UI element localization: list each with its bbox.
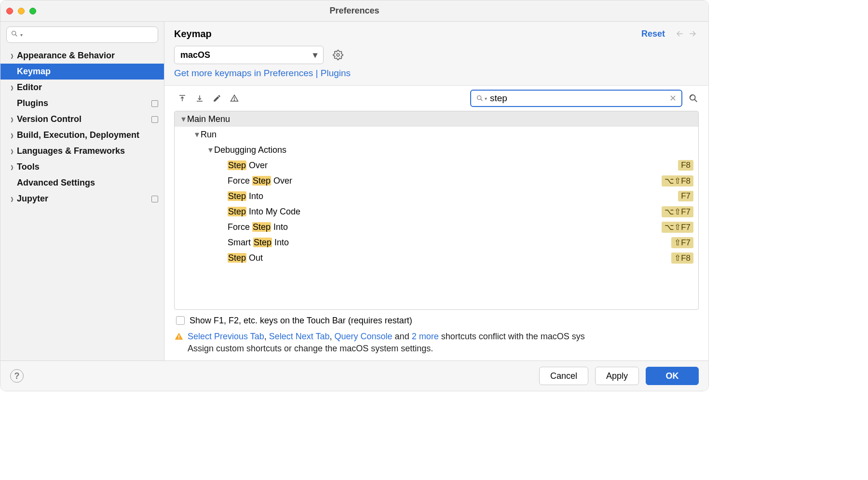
apply-button[interactable]: Apply xyxy=(595,367,639,385)
touchbar-checkbox-row[interactable]: Show F1, F2, etc. keys on the Touch Bar … xyxy=(174,315,699,331)
sidebar-item[interactable]: ›Editor xyxy=(0,80,164,95)
touchbar-checkbox[interactable] xyxy=(176,316,185,325)
project-badge-icon xyxy=(151,196,158,202)
shortcut-badge: ⌥⇧F7 xyxy=(662,222,693,233)
chevron-right-icon: › xyxy=(9,195,15,203)
search-icon: ▾ xyxy=(476,94,487,102)
sidebar-item[interactable]: ›Build, Execution, Deployment xyxy=(0,127,164,143)
keymap-select[interactable]: macOS ▾ xyxy=(174,46,324,64)
more-keymaps-link[interactable]: Get more keymaps in Preferences | Plugin… xyxy=(174,68,351,78)
sidebar-item-label: Jupyter xyxy=(17,194,149,204)
conflict-warning-line2: Assign custom shortcuts or change the ma… xyxy=(188,344,433,353)
tree-row[interactable]: ▾Step Into My Code⌥⇧F7 xyxy=(175,204,698,219)
close-window-icon[interactable] xyxy=(6,8,13,14)
sidebar-item-label: Advanced Settings xyxy=(17,178,158,188)
chevron-right-icon: › xyxy=(9,115,15,123)
tree-row[interactable]: ▾Force Step Into⌥⇧F7 xyxy=(175,219,698,235)
sidebar-search-input[interactable]: ▾ xyxy=(6,27,158,43)
reset-link[interactable]: Reset xyxy=(641,29,665,39)
tree-row[interactable]: ▾Step IntoF7 xyxy=(175,188,698,204)
sidebar-item[interactable]: ›Keymap xyxy=(0,64,164,80)
clear-search-icon[interactable]: ✕ xyxy=(669,93,677,104)
keymap-select-value: macOS xyxy=(180,50,210,60)
shortcut-badge: F8 xyxy=(678,160,693,171)
window-controls xyxy=(6,8,36,14)
nav-forward-icon[interactable] xyxy=(686,27,699,40)
tree-row-label: Step Out xyxy=(228,253,671,263)
chevron-down-icon: ▾ xyxy=(179,115,187,123)
warning-icon[interactable] xyxy=(226,92,243,105)
ok-button[interactable]: OK xyxy=(646,367,699,385)
expand-all-icon[interactable] xyxy=(174,92,190,105)
tree-row[interactable]: ▾Main Menu xyxy=(175,111,698,127)
tree-row-label: Step Into xyxy=(228,191,678,201)
page-title: Keymap xyxy=(174,28,641,40)
svg-rect-15 xyxy=(178,335,179,337)
tree-row-label: Force Step Into xyxy=(228,222,662,232)
collapse-all-icon[interactable] xyxy=(191,92,208,105)
tree-row-label: Force Step Over xyxy=(228,176,662,186)
tree-row-label: Main Menu xyxy=(187,114,693,124)
main-area: ▾ ›Appearance & Behavior›Keymap›Editor›P… xyxy=(0,22,708,360)
sidebar-item[interactable]: ›Advanced Settings xyxy=(0,175,164,191)
warning-triangle-icon xyxy=(174,332,184,341)
shortcut-badge: ⇧F7 xyxy=(671,237,693,248)
project-badge-icon xyxy=(151,116,158,123)
chevron-down-icon: ▾ xyxy=(20,32,23,38)
svg-point-4 xyxy=(337,53,339,56)
sidebar-item-label: Version Control xyxy=(17,114,149,124)
sidebar-item[interactable]: ›Jupyter xyxy=(0,191,164,207)
conflict-link-3[interactable]: Query Console xyxy=(335,332,393,341)
zoom-window-icon[interactable] xyxy=(29,8,36,14)
chevron-down-icon: ▾ xyxy=(206,146,214,154)
titlebar: Preferences xyxy=(0,0,708,22)
tree-row[interactable]: ▾Run xyxy=(175,127,698,142)
sidebar-item[interactable]: ›Languages & Frameworks xyxy=(0,143,164,159)
shortcut-badge: ⇧F8 xyxy=(671,253,693,264)
sidebar-item[interactable]: ›Appearance & Behavior xyxy=(0,48,164,64)
conflict-warning: Select Previous Tab, Select Next Tab, Qu… xyxy=(174,331,699,355)
edit-icon[interactable] xyxy=(209,92,225,105)
tree-toolbar: ▾ ✕ xyxy=(174,86,699,111)
project-badge-icon xyxy=(151,100,158,107)
help-button[interactable]: ? xyxy=(10,369,24,383)
nav-back-icon[interactable] xyxy=(674,27,686,40)
action-search-field[interactable] xyxy=(490,93,666,104)
chevron-right-icon: › xyxy=(9,131,15,139)
tree-row-label: Step Into My Code xyxy=(228,207,662,217)
sidebar-list: ›Appearance & Behavior›Keymap›Editor›Plu… xyxy=(0,48,164,207)
find-by-shortcut-icon[interactable] xyxy=(688,93,699,104)
tree-row[interactable]: ▾Force Step Over⌥⇧F8 xyxy=(175,173,698,188)
tree-row[interactable]: ▾Debugging Actions xyxy=(175,142,698,158)
cancel-button[interactable]: Cancel xyxy=(539,367,588,385)
chevron-right-icon: › xyxy=(9,163,15,171)
gear-icon[interactable] xyxy=(331,48,345,62)
tree-row[interactable]: ▾Step Out⇧F8 xyxy=(175,250,698,266)
tree-row-label: Debugging Actions xyxy=(214,145,693,155)
sidebar-item-label: Keymap xyxy=(17,67,158,77)
svg-line-14 xyxy=(694,99,697,102)
sidebar-item[interactable]: ›Tools xyxy=(0,159,164,175)
tree-row[interactable]: ▾Step OverF8 xyxy=(175,158,698,173)
chevron-down-icon: ▾ xyxy=(313,50,317,60)
tree-row[interactable]: ▾Smart Step Into⇧F7 xyxy=(175,235,698,250)
sidebar-item[interactable]: ›Version Control xyxy=(0,111,164,127)
sidebar-item-label: Plugins xyxy=(17,98,149,108)
chevron-right-icon: › xyxy=(9,52,15,60)
action-tree[interactable]: ▾Main Menu▾Run▾Debugging Actions▾Step Ov… xyxy=(174,111,699,310)
chevron-right-icon: › xyxy=(9,147,15,155)
shortcut-badge: ⌥⇧F7 xyxy=(662,206,693,217)
conflict-link-4[interactable]: 2 more xyxy=(412,332,439,341)
conflict-link-2[interactable]: Select Next Tab xyxy=(269,332,330,341)
sidebar-item-label: Tools xyxy=(17,162,158,172)
tree-row-label: Run xyxy=(201,130,693,140)
minimize-window-icon[interactable] xyxy=(18,8,25,14)
conflict-link-1[interactable]: Select Previous Tab xyxy=(188,332,264,341)
sidebar-item[interactable]: ›Plugins xyxy=(0,95,164,111)
action-search-input[interactable]: ▾ ✕ xyxy=(470,90,682,107)
window-title: Preferences xyxy=(0,6,708,16)
svg-rect-16 xyxy=(178,338,179,339)
svg-line-12 xyxy=(480,99,482,101)
tree-row-label: Step Over xyxy=(228,160,678,171)
search-icon xyxy=(11,30,18,40)
